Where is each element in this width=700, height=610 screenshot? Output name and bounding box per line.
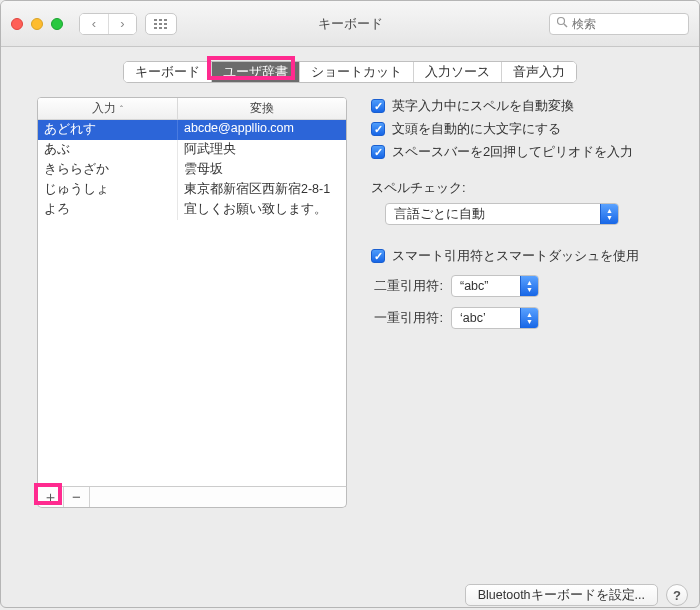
check-doublespace[interactable]: スペースバーを2回押してピリオドを入力 <box>371 143 681 161</box>
add-remove-bar: ＋ − <box>37 486 347 508</box>
spellcheck-label: スペルチェック: <box>371 179 681 197</box>
double-quote-select[interactable]: “abc” ▲▼ <box>451 275 539 297</box>
check-spell[interactable]: 英字入力中にスペルを自動変換 <box>371 97 681 115</box>
cell-input: あぶ <box>38 140 178 160</box>
minimize-icon[interactable] <box>31 18 43 30</box>
table-header: 入力 ˆ 変換 <box>38 98 346 120</box>
back-button[interactable]: ‹ <box>80 14 108 34</box>
double-quote-row: 二重引用符: “abc” ▲▼ <box>371 275 681 297</box>
text-replacement-panel: 入力 ˆ 変換 あどれすabcde@appllio.comあぶ阿武理央きららざか… <box>37 97 347 571</box>
check-smart-label: スマート引用符とスマートダッシュを使用 <box>392 247 639 265</box>
remove-button[interactable]: − <box>64 487 90 507</box>
check-capitalize[interactable]: 文頭を自動的に大文字にする <box>371 120 681 138</box>
table-row[interactable]: よろ宜しくお願い致します。 <box>38 200 346 220</box>
window-controls <box>11 18 63 30</box>
checkbox-icon <box>371 249 385 263</box>
options-panel: 英字入力中にスペルを自動変換 文頭を自動的に大文字にする スペースバーを2回押し… <box>371 97 681 571</box>
cell-output: 雲母坂 <box>178 160 346 180</box>
replacements-table[interactable]: 入力 ˆ 変換 あどれすabcde@appllio.comあぶ阿武理央きららざか… <box>37 97 347 487</box>
cell-input: きららざか <box>38 160 178 180</box>
svg-rect-0 <box>154 19 157 21</box>
sort-icon: ˆ <box>120 104 123 114</box>
col-output[interactable]: 変換 <box>178 98 346 119</box>
single-quote-label: 一重引用符: <box>371 309 443 327</box>
titlebar: ‹ › キーボード <box>1 1 699 47</box>
zoom-icon[interactable] <box>51 18 63 30</box>
check-capitalize-label: 文頭を自動的に大文字にする <box>392 120 561 138</box>
bluetooth-setup-button[interactable]: Bluetoothキーボードを設定... <box>465 584 658 606</box>
tab-2[interactable]: ショートカット <box>299 62 413 82</box>
spellcheck-select[interactable]: 言語ごとに自動 ▲▼ <box>385 203 619 225</box>
footer: Bluetoothキーボードを設定... ? <box>465 584 688 606</box>
cell-input: よろ <box>38 200 178 220</box>
show-all-button[interactable] <box>145 13 177 35</box>
svg-rect-5 <box>164 23 167 25</box>
search-input[interactable] <box>572 17 700 31</box>
table-row[interactable]: あぶ阿武理央 <box>38 140 346 160</box>
chevron-updown-icon: ▲▼ <box>600 204 618 224</box>
svg-rect-4 <box>159 23 162 25</box>
check-doublespace-label: スペースバーを2回押してピリオドを入力 <box>392 143 633 161</box>
search-icon <box>556 16 568 31</box>
content-area: 入力 ˆ 変換 あどれすabcde@appllio.comあぶ阿武理央きららざか… <box>1 93 699 571</box>
tab-bar: キーボードユーザ辞書ショートカット入力ソース音声入力 <box>1 47 699 93</box>
tab-0[interactable]: キーボード <box>124 62 211 82</box>
add-button[interactable]: ＋ <box>38 487 64 507</box>
single-quote-row: 一重引用符: ‘abc’ ▲▼ <box>371 307 681 329</box>
svg-rect-3 <box>154 23 157 25</box>
nav-back-forward: ‹ › <box>79 13 137 35</box>
close-icon[interactable] <box>11 18 23 30</box>
check-smart[interactable]: スマート引用符とスマートダッシュを使用 <box>371 247 681 265</box>
svg-line-10 <box>564 24 567 27</box>
help-button[interactable]: ? <box>666 584 688 606</box>
svg-rect-7 <box>159 27 162 29</box>
checkbox-icon <box>371 122 385 136</box>
svg-rect-6 <box>154 27 157 29</box>
forward-button[interactable]: › <box>108 14 136 34</box>
cell-output: abcde@appllio.com <box>178 120 346 140</box>
cell-input: あどれす <box>38 120 178 140</box>
cell-input: じゅうしょ <box>38 180 178 200</box>
checkbox-icon <box>371 145 385 159</box>
single-quote-select[interactable]: ‘abc’ ▲▼ <box>451 307 539 329</box>
col-input[interactable]: 入力 ˆ <box>38 98 178 119</box>
tab-1[interactable]: ユーザ辞書 <box>211 62 299 82</box>
search-field[interactable] <box>549 13 689 35</box>
svg-point-9 <box>558 18 565 25</box>
cell-output: 宜しくお願い致します。 <box>178 200 346 220</box>
svg-rect-2 <box>164 19 167 21</box>
chevron-updown-icon: ▲▼ <box>520 308 538 328</box>
checkbox-icon <box>371 99 385 113</box>
grid-icon <box>154 19 168 29</box>
double-quote-label: 二重引用符: <box>371 277 443 295</box>
table-row[interactable]: あどれすabcde@appllio.com <box>38 120 346 140</box>
svg-rect-1 <box>159 19 162 21</box>
table-row[interactable]: きららざか雲母坂 <box>38 160 346 180</box>
table-row[interactable]: じゅうしょ東京都新宿区西新宿2-8-1 <box>38 180 346 200</box>
cell-output: 東京都新宿区西新宿2-8-1 <box>178 180 346 200</box>
tab-4[interactable]: 音声入力 <box>501 62 576 82</box>
check-spell-label: 英字入力中にスペルを自動変換 <box>392 97 574 115</box>
chevron-updown-icon: ▲▼ <box>520 276 538 296</box>
tab-3[interactable]: 入力ソース <box>413 62 501 82</box>
cell-output: 阿武理央 <box>178 140 346 160</box>
svg-rect-8 <box>164 27 167 29</box>
